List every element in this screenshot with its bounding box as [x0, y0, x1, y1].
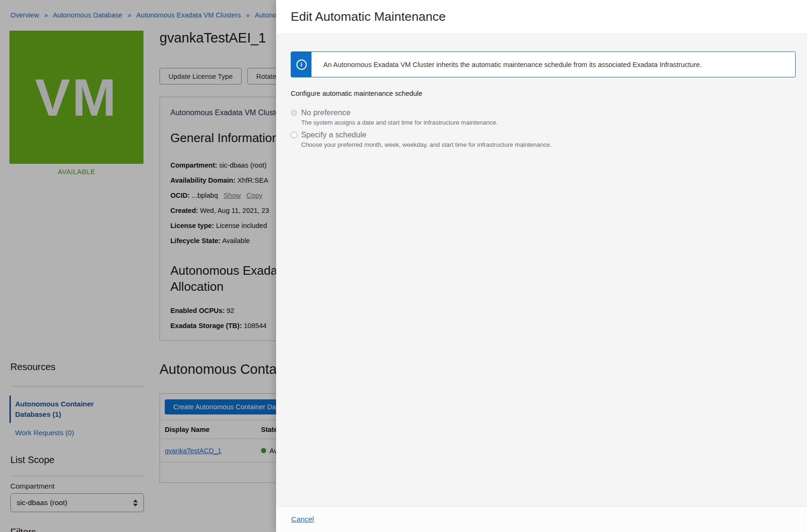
- info-banner: An Autonomous Exadata VM Cluster inherit…: [291, 51, 796, 77]
- info-icon-cell: [291, 52, 311, 77]
- option-specify-schedule: Specify a schedule Choose your preferred…: [291, 130, 552, 148]
- panel-title: Edit Automatic Maintenance: [291, 9, 446, 24]
- option-label: No preference: [301, 108, 351, 117]
- radio-no-preference[interactable]: [291, 110, 297, 116]
- option-label: Specify a schedule: [301, 130, 367, 139]
- info-icon: [296, 59, 307, 70]
- option-description: Choose your preferred month, week, weekd…: [301, 141, 552, 148]
- option-description: The system assigns a date and start time…: [301, 119, 498, 126]
- panel-header: Edit Automatic Maintenance: [276, 0, 807, 34]
- cancel-button[interactable]: Cancel: [291, 515, 314, 524]
- edit-automatic-maintenance-panel: Edit Automatic Maintenance An Autonomous…: [276, 0, 807, 532]
- info-banner-text: An Autonomous Exadata VM Cluster inherit…: [311, 61, 714, 68]
- panel-footer: Cancel: [276, 506, 807, 532]
- configure-schedule-label: Configure automatic maintenance schedule: [291, 90, 422, 97]
- radio-specify-schedule[interactable]: [291, 132, 297, 138]
- option-no-preference: No preference The system assigns a date …: [291, 108, 498, 126]
